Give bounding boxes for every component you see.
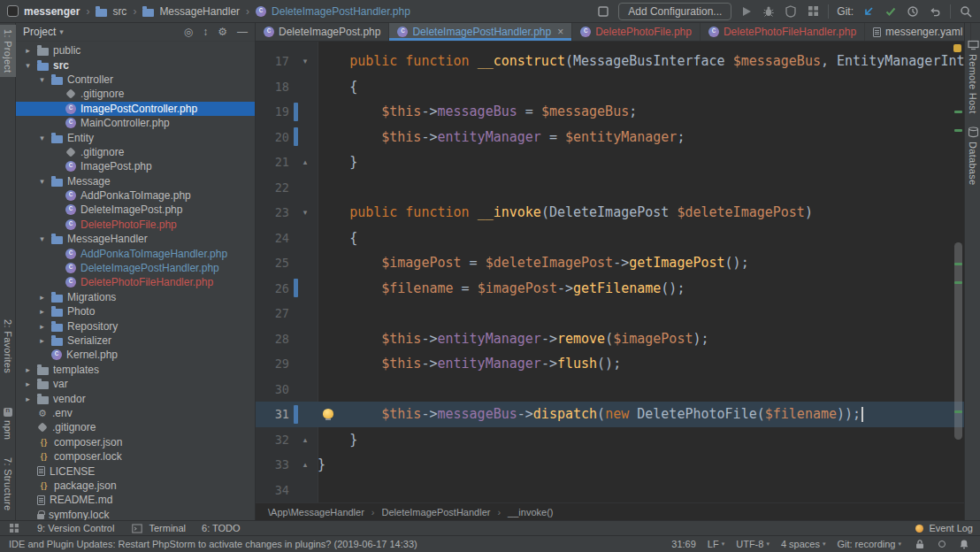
code-line-32[interactable]: 32▴ } xyxy=(256,427,964,453)
title-breadcrumb-src[interactable]: src xyxy=(112,5,126,18)
revert-undo-icon[interactable] xyxy=(928,4,942,19)
tool-window-button-6-todo[interactable]: 6: TODO xyxy=(202,521,241,535)
tree-item-serializer[interactable]: ▸Serializer xyxy=(16,334,255,348)
chevron-down-icon[interactable]: ▾ xyxy=(23,61,33,70)
tree-item-readme-md[interactable]: README.md xyxy=(16,493,255,507)
hide-panel-icon[interactable]: — xyxy=(237,26,248,38)
tree-item-deleteimagepost-php[interactable]: DeleteImagePost.php xyxy=(16,203,255,217)
tree-item-repository[interactable]: ▸Repository xyxy=(16,318,255,333)
tree-item-package-json[interactable]: package.json xyxy=(16,479,255,493)
tab-deletephotofilehandler-php[interactable]: DeletePhotoFileHandler.php xyxy=(701,23,865,41)
tree-item-gitignore[interactable]: .gitignore xyxy=(16,420,255,434)
tool-button-npm[interactable]: npm xyxy=(0,403,16,444)
code-line-20[interactable]: 20 $this->entityManager = $entityManager… xyxy=(256,125,964,150)
scrollbar-track[interactable] xyxy=(953,54,964,502)
tree-item-entity[interactable]: ▾Entity xyxy=(16,130,255,144)
lock-icon[interactable] xyxy=(913,537,927,551)
tree-item-deletephotofilehandler-php[interactable]: DeletePhotoFileHandler.php xyxy=(16,275,255,289)
code-line-21[interactable]: 21▴ } xyxy=(256,150,964,175)
git-update-icon[interactable] xyxy=(861,4,876,19)
code-line-27[interactable]: 27 xyxy=(256,301,964,326)
code-line-28[interactable]: 28 $this->entityManager->remove($imagePo… xyxy=(256,326,964,352)
code-line-22[interactable]: 22 xyxy=(256,175,964,201)
chevron-right-icon[interactable]: ▸ xyxy=(23,395,33,403)
fold-up-icon[interactable]: ▴ xyxy=(298,460,312,469)
app-icon[interactable] xyxy=(7,5,19,17)
status-encoding[interactable]: UTF-8▾ xyxy=(736,539,769,549)
toolwindow-switcher-icon[interactable] xyxy=(7,521,21,535)
tree-item-license[interactable]: LICENSE xyxy=(16,464,255,478)
box-icon[interactable] xyxy=(596,4,610,19)
title-breadcrumb-messagehandler[interactable]: MessageHandler xyxy=(159,5,240,18)
git-commit-check-icon[interactable] xyxy=(884,4,898,19)
tab-messenger-yaml[interactable]: messenger.yaml xyxy=(865,23,971,41)
tree-item-kernel-php[interactable]: Kernel.php xyxy=(16,348,255,362)
locate-icon[interactable]: ◎ xyxy=(184,26,193,38)
status-message[interactable]: IDE and Plugin Updates: Restart PhpStorm… xyxy=(9,539,417,549)
tree-item-photo[interactable]: ▸Photo xyxy=(16,304,255,318)
status-line-separator[interactable]: LF▾ xyxy=(708,539,724,549)
breadcrumb-item-app-messagehandler[interactable]: \App\MessageHandler xyxy=(268,507,364,518)
tree-item-maincontroller-php[interactable]: MainController.php xyxy=(16,116,255,130)
tool-button-project[interactable]: 1: Project xyxy=(0,25,16,77)
code-line-24[interactable]: 24 { xyxy=(256,226,964,251)
tree-item-public[interactable]: ▸public xyxy=(16,43,255,58)
tree-item-gitignore[interactable]: .gitignore xyxy=(16,145,255,159)
close-icon[interactable]: × xyxy=(557,26,563,38)
chevron-right-icon[interactable]: ▸ xyxy=(37,322,47,331)
tree-item-deleteimageposthandler-php[interactable]: DeleteImagePostHandler.php xyxy=(16,261,255,275)
code-line-34[interactable]: 34 xyxy=(256,478,964,503)
code-line-25[interactable]: 25 $imagePost = $deleteImagePost->getIma… xyxy=(256,250,964,276)
breadcrumb-item-deleteimageposthandler[interactable]: DeleteImagePostHandler xyxy=(382,507,491,518)
tree-item-deletephotofile-php[interactable]: DeletePhotoFile.php xyxy=(16,218,255,232)
tool-window-button-9-version-control[interactable]: 9: Version Control xyxy=(37,521,114,535)
tree-item-src[interactable]: ▾src xyxy=(16,58,255,72)
fold-down-icon[interactable]: ▾ xyxy=(298,57,312,65)
intention-bulb-icon[interactable] xyxy=(323,409,333,418)
project-tool-title[interactable]: Project xyxy=(23,26,56,38)
settings-icon[interactable]: ⚙ xyxy=(218,26,227,38)
tool-button-favorites[interactable]: 2: Favorites xyxy=(0,315,16,378)
chevron-down-icon[interactable]: ▾ xyxy=(37,75,47,84)
status-indent[interactable]: 4 spaces▾ xyxy=(781,539,826,549)
chevron-down-icon[interactable]: ▾ xyxy=(37,134,47,142)
debug-bug-icon[interactable] xyxy=(762,4,776,19)
tab-deleteimagepost-php[interactable]: DeleteImagePost.php xyxy=(256,23,389,41)
tree-item-migrations[interactable]: ▸Migrations xyxy=(16,290,255,304)
tool-button-database[interactable]: Database xyxy=(965,122,980,190)
breadcrumb-item-invoke[interactable]: __invoke() xyxy=(508,507,553,518)
tool-button-structure[interactable]: 7: Structure xyxy=(0,453,16,515)
tree-item-var[interactable]: ▸var xyxy=(16,377,255,391)
tree-item-composer-lock[interactable]: composer.lock xyxy=(16,449,255,464)
inspection-indicator[interactable] xyxy=(953,44,961,52)
search-everywhere-icon[interactable] xyxy=(959,4,973,19)
code-line-30[interactable]: 30 xyxy=(256,377,964,402)
tree-item-messagehandler[interactable]: ▾MessageHandler xyxy=(16,232,255,246)
code-line-29[interactable]: 29 $this->entityManager->flush(); xyxy=(256,351,964,377)
status-caret-position[interactable]: 31:69 xyxy=(671,539,696,549)
fold-up-icon[interactable]: ▴ xyxy=(298,157,312,166)
code-line-26[interactable]: 26 $filename = $imagePost->getFilename()… xyxy=(256,276,964,302)
tree-item-templates[interactable]: ▸templates xyxy=(16,363,255,377)
tree-item-imagepostcontroller-php[interactable]: ImagePostController.php xyxy=(16,102,255,116)
chevron-down-icon[interactable]: ▾ xyxy=(37,177,47,186)
code-line-23[interactable]: 23▾ public function __invoke(DeleteImage… xyxy=(256,200,964,226)
tree-item-addponkatoimage-php[interactable]: AddPonkaToImage.php xyxy=(16,188,255,203)
code-line-31[interactable]: 31 $this->messageBus->dispatch(new Delet… xyxy=(256,402,964,427)
code-line-19[interactable]: 19 $this->messageBus = $messageBus; xyxy=(256,99,964,125)
chevron-right-icon[interactable]: ▸ xyxy=(23,365,33,374)
fold-down-icon[interactable]: ▾ xyxy=(298,208,312,217)
chevron-down-icon[interactable]: ▾ xyxy=(59,27,64,36)
code-area[interactable]: 17▾ public function __construct(MessageB… xyxy=(256,42,964,502)
collapse-all-icon[interactable]: ↕ xyxy=(203,26,208,38)
tab-deletephotofile-php[interactable]: DeletePhotoFile.php xyxy=(572,23,701,41)
tree-item-vendor[interactable]: ▸vendor xyxy=(16,391,255,405)
history-clock-icon[interactable] xyxy=(906,4,920,19)
title-breadcrumb-file[interactable]: DeleteImagePostHandler.php xyxy=(272,5,410,18)
inspections-profile-icon[interactable] xyxy=(938,540,946,548)
tool-window-button-terminal[interactable]: Terminal xyxy=(130,521,186,535)
chevron-right-icon[interactable]: ▸ xyxy=(37,336,47,345)
chevron-down-icon[interactable]: ▾ xyxy=(37,234,47,243)
tree-item-controller[interactable]: ▾Controller xyxy=(16,73,255,87)
chevron-right-icon[interactable]: ▸ xyxy=(37,307,47,316)
